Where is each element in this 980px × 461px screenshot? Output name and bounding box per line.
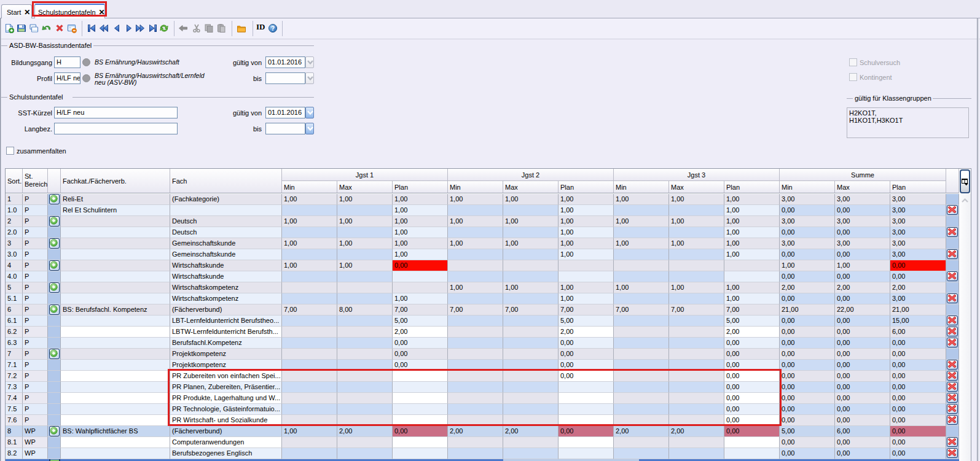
svg-text:?: ?: [271, 25, 275, 32]
